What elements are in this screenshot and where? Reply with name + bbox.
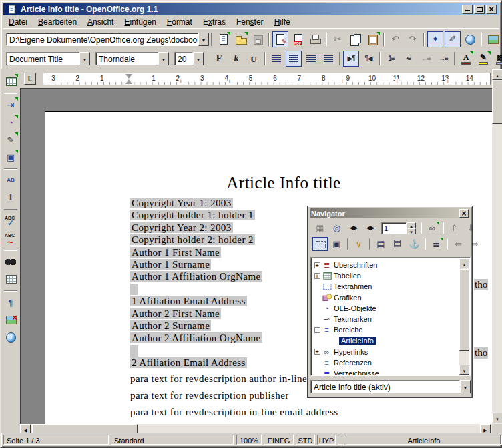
status-hyperlink-mode[interactable]: HYP (317, 435, 336, 445)
menu-hilfe[interactable]: Hilfe (269, 16, 296, 28)
title-bar[interactable]: Article Info title - OpenOffice.org 1.1 (3, 3, 499, 15)
data-sources-button[interactable] (3, 271, 19, 287)
scroll-down-button[interactable] (492, 413, 502, 423)
copy-button[interactable] (347, 31, 363, 47)
scroll-up-button[interactable] (459, 258, 469, 268)
export-pdf-button[interactable] (290, 31, 306, 47)
tab-stop-icon[interactable]: ⊥ (340, 79, 345, 85)
navigator-button[interactable]: ✦ (427, 31, 443, 47)
menu-datei[interactable]: Datei (3, 16, 33, 28)
tab-stop-icon[interactable]: ⊥ (179, 79, 184, 85)
anchor-text-button[interactable]: ⚓ (407, 237, 422, 251)
font-size-field[interactable]: 20 (174, 52, 193, 65)
navigator-document-dropdown-button[interactable] (460, 380, 471, 393)
tab-stop-icon[interactable]: ⊥ (446, 79, 451, 85)
draw-functions-button[interactable]: ✎ (3, 132, 19, 148)
graphics-onoff-button[interactable] (3, 312, 19, 328)
previous-object-button[interactable]: ◀▶ (346, 221, 361, 235)
tree-scrollbar[interactable] (459, 258, 469, 375)
scrollbar-thumb[interactable] (492, 81, 502, 124)
menu-ansicht[interactable]: Ansicht (82, 16, 119, 28)
page-spinbox[interactable]: 1 (381, 222, 416, 234)
tree-item-tabellen[interactable]: +Tabellen (311, 270, 470, 281)
next-object-button[interactable]: ◀▶ (362, 221, 378, 235)
tree-item-referenzen[interactable]: ≡Referenzen (311, 357, 470, 368)
document-workspace[interactable]: Article Info title Copyright Year 1: 200… (20, 88, 492, 424)
menu-fenster[interactable]: Fenster (231, 16, 269, 28)
status-zoom[interactable]: 100% (236, 435, 262, 445)
new-document-button[interactable] (215, 31, 231, 47)
underline-button[interactable]: U (246, 51, 262, 67)
maximize-button[interactable] (474, 5, 485, 14)
tree-item-bereiche[interactable]: -≡Bereiche (311, 324, 470, 335)
justify-button[interactable] (320, 51, 336, 67)
font-name-combo[interactable]: Thorndale (95, 52, 169, 65)
stylist-button[interactable]: ✐ (445, 31, 461, 47)
page-number-field[interactable]: 1 (381, 222, 407, 234)
edit-file-button[interactable] (272, 31, 288, 47)
status-page-style[interactable]: Standard (111, 435, 234, 445)
content-view-button[interactable]: ▣ (329, 237, 344, 251)
bold-button[interactable]: F (211, 51, 227, 67)
set-reminder-button[interactable]: ∨ (351, 237, 366, 251)
autospellcheck-button[interactable] (3, 230, 19, 246)
status-insert-mode[interactable]: EINFG (264, 435, 294, 445)
status-page-indicator[interactable]: Seite 1 / 3 (3, 435, 109, 445)
tab-type-button[interactable] (24, 73, 36, 85)
direct-cursor-button[interactable]: I (3, 190, 19, 206)
scroll-up-button[interactable] (492, 69, 502, 80)
align-left-button[interactable] (268, 51, 284, 67)
numbering-button[interactable]: 1≡ (383, 51, 399, 67)
background-color-button[interactable]: ▨ (493, 51, 502, 67)
navigator-document-field[interactable]: Article Info title (aktiv) (310, 380, 460, 393)
italic-button[interactable]: k (228, 51, 244, 67)
form-functions-button[interactable]: ▣ (3, 149, 19, 165)
close-button[interactable] (486, 5, 497, 14)
menu-einf-gen[interactable]: Einfügen (119, 16, 161, 28)
status-selection-mode[interactable]: STD (296, 435, 315, 445)
tree-item-berschriften[interactable]: +≣Überschriften (311, 260, 470, 270)
expand-toggle[interactable]: - (313, 327, 321, 333)
font-name-field[interactable]: Thorndale (95, 52, 158, 65)
footer-button[interactable]: ▤ (390, 237, 405, 251)
highlight-button[interactable]: ✎ (475, 51, 491, 67)
ltr-button[interactable]: ▶¶ (343, 51, 359, 67)
tree-item-ole-objekte[interactable]: ◔OLE-Objekte (311, 303, 470, 314)
expand-toggle[interactable]: + (313, 349, 321, 355)
nonprinting-chars-button[interactable]: ¶ (3, 294, 19, 310)
scroll-down-button[interactable] (459, 365, 469, 375)
status-section-name[interactable]: ArticleInfo (346, 435, 502, 445)
online-layout-button[interactable] (3, 329, 19, 345)
insert-objects-button[interactable]: ◔ (3, 114, 19, 130)
tree-item-hyperlinks[interactable]: +∞Hyperlinks (311, 347, 470, 357)
print-button[interactable] (307, 31, 323, 47)
navigator-close-button[interactable] (459, 209, 469, 218)
rtl-button[interactable]: ¶◀ (360, 51, 376, 67)
drag-mode-button[interactable]: ∞ (425, 221, 440, 235)
paragraph-style-combo[interactable]: Document Title (6, 52, 90, 65)
insert-table-button[interactable] (3, 73, 19, 89)
vertical-scrollbar[interactable] (492, 69, 502, 435)
autotext-button[interactable]: AB (3, 172, 19, 188)
url-dropdown-button[interactable] (198, 33, 209, 46)
header-button[interactable]: ▤ (373, 237, 389, 251)
find-replace-button[interactable] (3, 254, 19, 270)
paragraph-style-field[interactable]: Document Title (6, 52, 79, 65)
spellcheck-button[interactable] (3, 213, 19, 229)
list-box-toggle-button[interactable] (312, 237, 328, 251)
insert-fields-button[interactable]: ⇥ (3, 97, 19, 113)
tab-stop-icon[interactable]: ⊥ (228, 79, 232, 85)
open-button[interactable] (232, 31, 248, 47)
bullets-button[interactable]: •≡ (401, 51, 417, 67)
scrollbar-thumb[interactable] (459, 269, 469, 351)
url-field[interactable]: D:\Eigene Dokumente\OpenOffice.org Zeugs… (6, 33, 198, 46)
size-dropdown-button[interactable] (193, 52, 204, 65)
font-dropdown-button[interactable] (158, 52, 169, 65)
tree-item-articleinfo[interactable]: ArticleInfo (311, 335, 470, 346)
style-dropdown-button[interactable] (79, 52, 90, 65)
tree-item-verzeichnisse[interactable]: ≣Verzeichnisse (311, 368, 470, 376)
navigator-title-bar[interactable]: Navigator (310, 208, 470, 218)
minimize-button[interactable] (462, 5, 473, 14)
navigation-button[interactable]: ◎ (329, 221, 344, 235)
tree-item-grafiken[interactable]: Grafiken (311, 292, 470, 303)
